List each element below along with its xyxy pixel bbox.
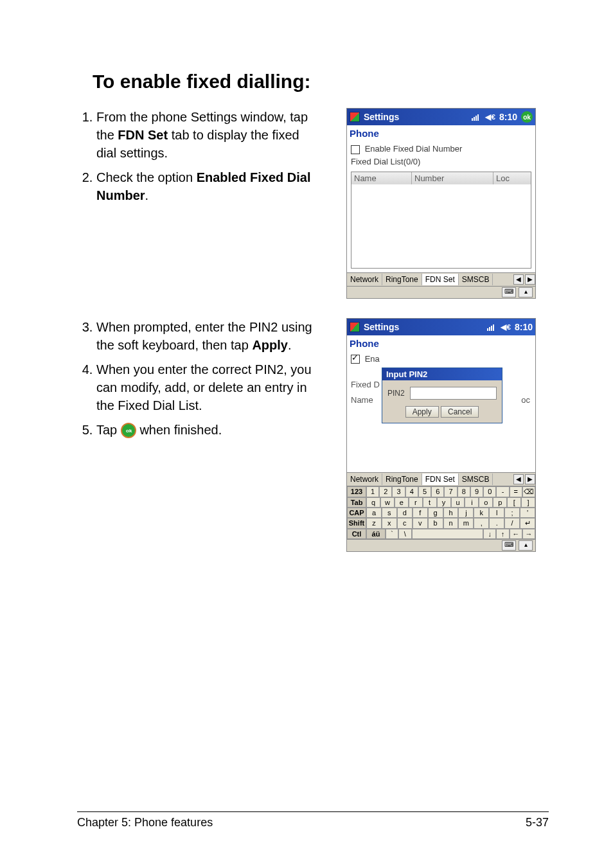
apply-button[interactable]: Apply [405,406,439,418]
ok-button[interactable]: ok [521,111,533,123]
tab-ringtone[interactable]: RingTone [382,474,422,485]
key[interactable]: ] [521,497,535,508]
steps-list-b: When prompted, enter the PIN2 using the … [77,318,315,439]
th-number[interactable]: Number [412,172,493,184]
key[interactable]: , [474,518,489,529]
key[interactable]: [ [507,497,521,508]
key[interactable]: 3 [392,486,405,497]
key[interactable]: 0 [483,486,496,497]
key[interactable]: v [413,518,428,529]
ctl-key[interactable]: Ctl [347,529,366,539]
key[interactable]: 2 [379,486,392,497]
caps-key[interactable]: CAP [347,508,366,518]
start-icon[interactable] [350,322,360,332]
key[interactable]: e [395,497,409,508]
arrow-right-key[interactable]: → [522,529,535,539]
tab-smscb[interactable]: SMSCB [459,474,493,485]
key[interactable]: l [489,508,504,518]
shift-key[interactable]: Shift [347,518,366,529]
checkbox-enable-fdn[interactable] [351,145,360,154]
start-icon[interactable] [350,112,360,122]
sip-toggle[interactable]: ⌨ [502,287,516,297]
sip-toggle[interactable]: ⌨ [502,540,516,551]
key[interactable]: j [458,508,474,518]
titlebar: Settings € 8:10 ok [347,109,535,125]
key[interactable]: o [479,497,493,508]
tab-scroll-left[interactable]: ◀ [513,474,524,484]
speaker-icon[interactable]: € [501,323,511,332]
speaker-icon[interactable]: € [485,112,495,121]
tab-key[interactable]: Tab [347,497,366,508]
key[interactable]: c [397,518,413,529]
key[interactable]: g [428,508,443,518]
key[interactable]: 5 [418,486,431,497]
backspace-key[interactable]: ⌫ [522,486,535,497]
key[interactable]: y [437,497,451,508]
key[interactable]: d [397,508,413,518]
key[interactable]: r [409,497,423,508]
cancel-button[interactable]: Cancel [441,406,479,418]
signal-icon[interactable] [472,113,479,121]
key[interactable]: w [380,497,395,508]
app-subtitle: Phone [347,335,535,350]
key[interactable]: t [423,497,437,508]
key[interactable]: ; [504,508,520,518]
key[interactable]: f [413,508,428,518]
th-loc[interactable]: Loc [493,172,531,184]
tab-scroll-right[interactable]: ▶ [525,274,535,285]
key-123[interactable]: 123 [347,486,366,497]
pin2-dialog: Input PIN2 PIN2 Apply Cancel [382,368,502,423]
key[interactable]: 9 [470,486,483,497]
key[interactable]: ` [386,529,398,539]
tab-network[interactable]: Network [347,474,382,485]
key[interactable]: 4 [405,486,418,497]
pin2-input[interactable] [410,387,497,400]
key[interactable]: u [451,497,465,508]
arrow-left-key[interactable]: ← [510,529,522,539]
key[interactable]: a [366,508,382,518]
tab-scroll-left[interactable]: ◀ [513,274,524,285]
key[interactable]: s [382,508,397,518]
checkbox-enable-fdn-checked[interactable] [351,355,360,364]
space-key[interactable] [412,529,484,539]
step-text-post: . [145,188,149,202]
key[interactable]: n [443,518,459,529]
tab-smscb[interactable]: SMSCB [459,274,493,285]
key[interactable]: . [489,518,504,529]
key[interactable]: / [504,518,520,529]
key[interactable]: m [458,518,474,529]
key[interactable]: 7 [444,486,457,497]
key[interactable]: 1 [366,486,379,497]
sip-menu[interactable] [519,540,533,551]
key[interactable]: ' [520,508,535,518]
tab-fdn-set[interactable]: FDN Set [422,474,459,485]
key[interactable]: h [443,508,459,518]
key[interactable]: b [428,518,443,529]
key[interactable]: = [510,486,522,497]
key[interactable]: q [366,497,380,508]
tab-ringtone[interactable]: RingTone [382,274,422,285]
sip-menu[interactable] [519,287,533,297]
tab-scroll-right[interactable]: ▶ [525,474,535,484]
key[interactable]: z [366,518,382,529]
key[interactable]: i [465,497,479,508]
key[interactable]: \ [398,529,411,539]
arrow-up-key[interactable]: ↑ [496,529,509,539]
key[interactable]: p [493,497,507,508]
soft-keyboard[interactable]: 123 1 2 3 4 5 6 7 8 9 0 - = ⌫ [347,486,535,539]
key[interactable]: k [474,508,489,518]
signal-icon[interactable] [487,323,494,331]
tab-network[interactable]: Network [347,274,382,285]
tab-fdn-set[interactable]: FDN Set [422,274,459,285]
arrow-down-key[interactable]: ↓ [483,529,496,539]
step-text-post: when finished. [139,423,222,437]
th-name[interactable]: Name [351,172,412,184]
enter-key[interactable]: ↵ [520,518,535,529]
key[interactable]: 8 [458,486,470,497]
key[interactable]: 6 [431,486,444,497]
key[interactable]: - [496,486,509,497]
intl-key[interactable]: áü [366,529,386,539]
fdn-table: Name Number Loc [351,172,531,269]
key[interactable]: x [382,518,397,529]
enable-fdn-row[interactable]: Enable Fixed Dial Number [351,144,531,154]
